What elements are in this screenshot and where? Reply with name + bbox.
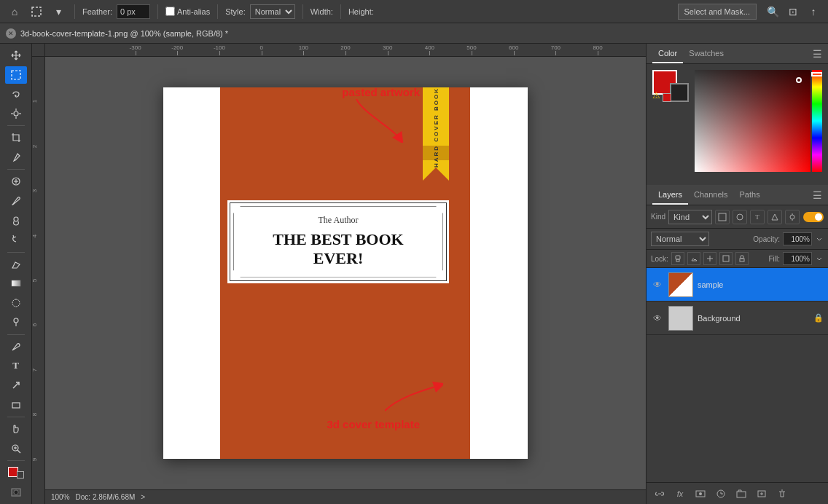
- delete-layer-btn[interactable]: [775, 487, 789, 501]
- new-layer-btn[interactable]: [754, 487, 769, 501]
- gradient-cursor: [796, 77, 802, 83]
- history-btn[interactable]: [5, 231, 27, 249]
- opacity-input[interactable]: [783, 232, 812, 245]
- kind-label: Kind: [651, 213, 665, 221]
- lock-artboard-btn[interactable]: [719, 252, 733, 265]
- marquee-dropdown-btn[interactable]: ▾: [50, 3, 67, 20]
- zoom-icon-btn[interactable]: 🔍: [764, 3, 781, 20]
- gradient-field[interactable]: [695, 70, 811, 172]
- svg-rect-30: [740, 259, 744, 261]
- foreground-color-btn[interactable]: [5, 464, 27, 482]
- layer-eye-background[interactable]: 👁: [651, 312, 664, 325]
- zoom-level: 100%: [51, 493, 70, 501]
- lock-row: Lock: Fill:: [647, 250, 828, 268]
- zoom-btn[interactable]: [5, 439, 27, 457]
- anti-alias-checkbox[interactable]: [165, 7, 175, 16]
- fill-dropdown-icon: [815, 254, 824, 263]
- style-select[interactable]: Normal: [250, 4, 295, 19]
- layers-panel-menu[interactable]: ☰: [813, 189, 822, 201]
- layer-lock-background: 🔒: [813, 313, 824, 323]
- right-panel: Color Swatches ☰ ⚠: [646, 44, 828, 504]
- svg-rect-11: [12, 280, 20, 286]
- separator5: [340, 4, 341, 19]
- ribbon-container: HARD COVER BOOK: [423, 87, 449, 181]
- select-mask-btn[interactable]: Select and Mask...: [678, 4, 757, 20]
- kind-select[interactable]: Kind: [668, 210, 712, 224]
- text-label-inner: The Author THE BEST BOOK EVER!: [230, 202, 447, 281]
- feather-input[interactable]: [117, 4, 150, 19]
- eraser-btn[interactable]: [5, 255, 27, 273]
- blur-btn[interactable]: [5, 294, 27, 312]
- adjustment-btn[interactable]: [714, 487, 728, 501]
- layer-item-sample[interactable]: 👁 sample: [647, 268, 828, 302]
- color-gradient-picker[interactable]: [695, 70, 822, 179]
- home-btn[interactable]: ⌂: [6, 3, 23, 20]
- tool-sep-5: [7, 417, 25, 417]
- tab-layers[interactable]: Layers: [652, 185, 688, 205]
- path-selection-btn[interactable]: [5, 377, 27, 395]
- blend-mode-select[interactable]: Normal: [651, 232, 709, 246]
- healing-btn[interactable]: [5, 173, 27, 191]
- tab-swatches[interactable]: Swatches: [683, 44, 730, 63]
- svg-rect-1: [12, 71, 20, 79]
- layer-eye-sample[interactable]: 👁: [651, 278, 664, 291]
- width-label: Width:: [310, 7, 333, 16]
- background-color-swatch[interactable]: [670, 83, 689, 102]
- lasso-tool-btn[interactable]: [5, 85, 27, 103]
- filter-adj-btn[interactable]: [733, 210, 747, 224]
- move-tool-btn[interactable]: [5, 47, 27, 65]
- separator4: [302, 4, 303, 19]
- layer-item-background[interactable]: 👁 Background 🔒: [647, 302, 828, 335]
- marquee-tool-left-btn[interactable]: [5, 66, 27, 84]
- quick-mask-btn[interactable]: [5, 483, 27, 501]
- eyedropper-btn[interactable]: [5, 149, 27, 167]
- crop-tool-btn[interactable]: [5, 129, 27, 147]
- ruler-corner: [32, 44, 45, 57]
- shape-btn[interactable]: [5, 395, 27, 414]
- lock-transparent-btn[interactable]: [671, 252, 684, 265]
- gradient-saturation-brightness[interactable]: [695, 70, 811, 172]
- mask-btn[interactable]: [693, 487, 708, 501]
- magic-wand-btn[interactable]: [5, 105, 27, 123]
- lock-label: Lock:: [651, 255, 668, 263]
- link-layers-btn[interactable]: [652, 487, 667, 501]
- marquee-tool-btn[interactable]: [28, 3, 45, 20]
- tab-color[interactable]: Color: [652, 44, 683, 63]
- group-layers-btn[interactable]: [734, 487, 749, 501]
- hue-bar[interactable]: [812, 70, 822, 172]
- view-icon-btn[interactable]: ⊡: [784, 3, 802, 20]
- filter-pixel-btn[interactable]: [715, 210, 730, 224]
- tool-sep-3: [7, 252, 25, 253]
- pen-btn[interactable]: [5, 338, 27, 356]
- filter-smart-btn[interactable]: [785, 210, 800, 224]
- tab-close-btn[interactable]: ✕: [6, 28, 16, 39]
- svg-point-22: [737, 214, 743, 220]
- fx-btn[interactable]: fx: [673, 487, 687, 501]
- svg-rect-34: [737, 492, 746, 497]
- gradient-btn[interactable]: [5, 275, 27, 293]
- book-right-strip: [470, 87, 528, 459]
- lock-all-btn[interactable]: [735, 252, 749, 265]
- svg-point-20: [14, 490, 18, 495]
- share-icon-btn[interactable]: ↑: [805, 3, 822, 20]
- ribbon-text: HARD COVER BOOK: [433, 87, 440, 168]
- clone-btn[interactable]: [5, 211, 27, 229]
- book-cover: HARD COVER BOOK The Author THE BEST BOOK: [163, 87, 528, 459]
- filter-toggle[interactable]: [803, 212, 824, 222]
- layers-tabs: Layers Channels Paths ☰: [647, 185, 828, 205]
- lock-position-btn[interactable]: [703, 252, 716, 265]
- separator3: [217, 4, 218, 19]
- tab-paths[interactable]: Paths: [734, 185, 766, 205]
- type-btn[interactable]: T: [5, 357, 27, 375]
- filter-shape-btn[interactable]: [768, 210, 782, 224]
- hand-btn[interactable]: [5, 420, 27, 438]
- tool-sep-1: [7, 125, 25, 126]
- lock-image-btn[interactable]: [687, 252, 700, 265]
- color-panel-menu[interactable]: ☰: [813, 48, 822, 60]
- dodge-btn[interactable]: [5, 313, 27, 331]
- anti-alias-label[interactable]: Anti-alias: [165, 7, 210, 16]
- tab-channels[interactable]: Channels: [688, 185, 733, 205]
- fill-input[interactable]: [783, 252, 812, 265]
- brush-btn[interactable]: [5, 192, 27, 210]
- filter-type-btn[interactable]: T: [750, 210, 765, 224]
